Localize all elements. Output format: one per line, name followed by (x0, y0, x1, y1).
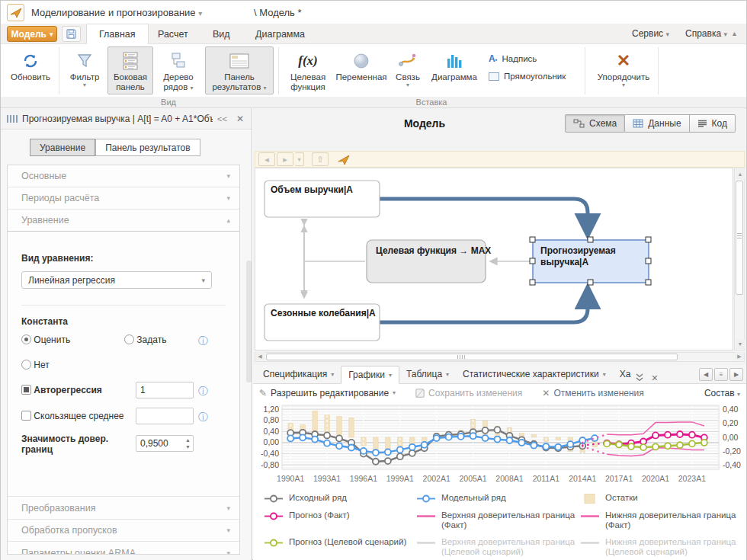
forecast-chart[interactable]: 1,200,800,400,00-0,40-0,800,400,200,00-0… (255, 403, 745, 488)
tabs-scroll-left-icon[interactable]: ◀ (699, 368, 713, 381)
results-panel-icon (228, 50, 251, 72)
tab-results-panel[interactable]: Панель результатов (95, 139, 200, 156)
radio-none[interactable]: Нет (21, 360, 229, 370)
legend-item[interactable]: Нижняя доверительная граница (Целевой сц… (580, 537, 736, 557)
compose-button[interactable]: Состав ▾ (704, 388, 740, 398)
filter-button[interactable]: Фильтр▾ (65, 46, 104, 94)
tab-diagram[interactable]: Диаграмма (243, 24, 317, 44)
legend-item[interactable]: Прогноз (Факт) (264, 510, 416, 530)
drag-grip-icon[interactable] (7, 115, 18, 123)
legend-item[interactable]: Модельный ряд (416, 493, 580, 504)
equation-type-select[interactable]: Линейная регрессия▾ (21, 267, 229, 289)
legend-label: Нижняя доверительная граница (Факт) (605, 510, 736, 530)
scroll-right-icon[interactable]: ▶ (735, 352, 744, 360)
model-menu-button[interactable]: Модель▾ (7, 26, 57, 42)
save-changes-button[interactable]: Сохранить изменения (415, 388, 522, 398)
results-tabs: Спецификация▾ Графики▾ Таблица▾ Статисти… (253, 365, 746, 384)
moving-average-input[interactable] (136, 408, 194, 424)
insert-chart-button[interactable]: Диаграмма (429, 46, 479, 94)
section-equation[interactable]: Уравнение▴ (8, 210, 239, 232)
app-title-menu[interactable]: Моделирование и прогнозирование ▾ (31, 7, 202, 18)
autoregression-checkbox[interactable]: Авторегрессия (21, 385, 102, 395)
filter-icon (76, 50, 93, 72)
variable-button[interactable]: Переменная (336, 46, 386, 94)
sidebar-header: Прогнозируемая выручка | A[t] = A0 + A1*… (1, 108, 252, 130)
legend-item[interactable]: Верхняя доверительная граница (Факт) (416, 510, 580, 530)
radio-estimate[interactable]: Оценить (21, 334, 70, 345)
node-target-function[interactable]: Целевая функция → MAX (367, 240, 491, 283)
close-tab-icon[interactable]: ✕ (647, 373, 662, 383)
insert-rectangle-button[interactable]: Прямоугольник (489, 72, 566, 81)
legend-label: Модельный ряд (441, 493, 506, 503)
link-button[interactable]: Связь▾ (390, 46, 426, 94)
tab-main[interactable]: Главная (86, 24, 149, 44)
node-revenue[interactable]: Объем выручки|A (264, 181, 380, 217)
tab-calc[interactable]: Расчет (146, 24, 200, 44)
legend-item[interactable]: Нижняя доверительная граница (Факт) (580, 510, 736, 530)
more-tabs-icon[interactable] (632, 373, 647, 383)
tab-charts[interactable]: Графики▾ (341, 366, 399, 384)
section-arma[interactable]: Параметры оценки ARMA▾ (8, 542, 239, 555)
allow-edit-button[interactable]: ✎Разрешить редактирование▾ (259, 388, 396, 398)
tab-table[interactable]: Таблица▾ (399, 365, 456, 383)
legend-item[interactable]: Прогноз (Целевой сценарий) (264, 537, 416, 557)
nav-forward-button[interactable]: ▸ (277, 152, 293, 166)
ribbon-collapse-icon[interactable]: ▴ (733, 29, 736, 37)
node-forecast-selected[interactable]: Прогнозируемая выручка|A (530, 237, 651, 285)
menu-service[interactable]: Сервис ▾ (632, 28, 669, 39)
legend-item[interactable]: Остатки (580, 493, 736, 504)
spinner-up-icon[interactable]: ▲ (185, 437, 191, 443)
chart-legend: Исходный рядМодельный рядОстаткиПрогноз … (264, 493, 736, 557)
arrange-button[interactable]: ✕ Упорядочить▾ (594, 46, 653, 94)
tab-statistics[interactable]: Статистические характеристики▾ (456, 365, 613, 383)
legend-item[interactable]: Верхняя доверительная граница (Целевой с… (416, 537, 580, 557)
target-function-button[interactable]: f(x) Целевая функция (284, 46, 332, 94)
sidebar-scrollbar[interactable] (246, 261, 252, 382)
tab-equation[interactable]: Уравнение (30, 139, 95, 156)
results-panel-button[interactable]: Панель результатов ▾ (205, 46, 274, 94)
tab-view[interactable]: Вид (200, 24, 242, 44)
view-data-button[interactable]: Данные (625, 114, 689, 133)
collapse-panel-icon[interactable]: << (217, 114, 227, 123)
close-icon[interactable]: ✕ (236, 114, 244, 124)
scroll-up-icon[interactable]: ▲ (736, 169, 745, 179)
info-icon[interactable]: ⓘ (198, 334, 208, 348)
nav-history-dropdown[interactable]: ▾ (295, 152, 304, 166)
info-icon[interactable]: ⓘ (198, 411, 208, 424)
nav-up-button[interactable]: ⇧ (312, 152, 329, 166)
insert-label-button[interactable]: A▪ Надпись (489, 53, 537, 64)
section-transforms[interactable]: Преобразования▾ (8, 498, 239, 520)
refresh-button[interactable]: Обновить (7, 46, 54, 94)
tabs-scroll-right-icon[interactable]: ▶ (729, 368, 743, 381)
view-schema-button[interactable]: Схема (565, 114, 625, 133)
scroll-down-icon[interactable]: ▼ (736, 339, 745, 349)
spinner-down-icon[interactable]: ▼ (185, 444, 191, 450)
menu-help[interactable]: Справка ▾ (685, 28, 727, 39)
arrange-x-icon: ✕ (617, 50, 630, 72)
view-code-button[interactable]: Код (690, 114, 736, 133)
nav-back-button[interactable]: ◂ (258, 152, 275, 166)
tab-specification[interactable]: Спецификация▾ (256, 365, 341, 383)
section-gaps[interactable]: Обработка пропусков▾ (8, 520, 239, 542)
constant-label: Константа (21, 316, 229, 327)
moving-average-checkbox[interactable]: Скользящее среднее (21, 411, 124, 421)
series-tree-button[interactable]: Дерево рядов ▾ (156, 46, 200, 94)
diagram-horizontal-scrollbar[interactable]: ◀ ▶ (255, 352, 745, 362)
side-panel-button[interactable]: Боковая панель (107, 46, 153, 94)
autoregression-input[interactable] (136, 382, 194, 398)
radio-set[interactable]: Задать (124, 334, 166, 345)
cancel-changes-button[interactable]: ✕Отменить изменения (542, 388, 644, 398)
section-periods[interactable]: Периоды расчёта▾ (8, 187, 239, 210)
tabs-list-icon[interactable]: ≡ (714, 368, 728, 381)
info-icon[interactable]: ⓘ (198, 385, 208, 398)
diagram-vertical-scrollbar[interactable]: ▲ ▼ (734, 168, 745, 350)
save-button[interactable] (62, 26, 81, 42)
section-basic[interactable]: Основные▾ (8, 165, 239, 187)
tab-truncated[interactable]: Ха (613, 365, 633, 383)
legend-item[interactable]: Исходный ряд (264, 493, 416, 504)
scroll-left-icon[interactable]: ◀ (255, 352, 264, 360)
svg-text:2002A1: 2002A1 (423, 474, 450, 483)
node-seasonal[interactable]: Сезонные колебания|A (264, 304, 380, 341)
model-flag-icon (338, 154, 350, 165)
diagram-canvas[interactable]: Объем выручки|A Сезонные колебания|A Цел… (255, 168, 733, 350)
